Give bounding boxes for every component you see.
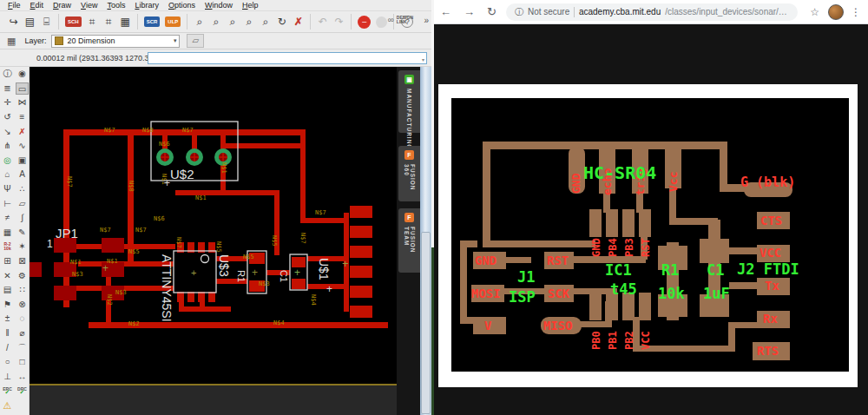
info-icon[interactable]: ⓘ xyxy=(3,69,12,78)
change-icon[interactable]: ⚙ xyxy=(18,272,26,280)
layer-dropdown[interactable]: 20 Dimension ▾ xyxy=(51,35,180,48)
zoom-in-icon[interactable]: ⌕ xyxy=(207,16,224,28)
profile-avatar[interactable] xyxy=(828,4,844,20)
menu-tools[interactable]: Tools xyxy=(102,0,129,10)
menu-view[interactable]: View xyxy=(76,0,102,10)
stop-icon[interactable]: – xyxy=(358,16,371,29)
lock-icon[interactable]: ⊗ xyxy=(18,300,25,309)
menu-edit[interactable]: Edit xyxy=(26,0,49,10)
browser-menu-icon[interactable]: ⋮ xyxy=(851,6,861,18)
array-icon[interactable]: ∴ xyxy=(19,185,24,194)
smash-icon[interactable]: ✶ xyxy=(18,242,25,251)
print-icon[interactable]: ⌸ xyxy=(38,16,55,28)
paste-icon[interactable]: ⊠ xyxy=(18,257,25,266)
eagle-board-canvas[interactable]: N$7N$8N$7N$7N$8N$6N$1N$1N$1N$6N$7N$7N$7N… xyxy=(30,67,397,415)
save-icon[interactable]: ▤ xyxy=(22,16,38,28)
text-icon[interactable]: A xyxy=(19,170,25,179)
miter-icon[interactable]: ∿ xyxy=(18,142,25,150)
refresh-icon[interactable]: ↻ xyxy=(273,16,290,28)
eye-icon[interactable]: ◉ xyxy=(18,69,26,78)
schematic-chip[interactable]: SCH xyxy=(65,16,82,27)
menu-window[interactable]: Window xyxy=(201,0,237,10)
zoom-out-icon[interactable]: ⌕ xyxy=(224,16,240,28)
measure-icon[interactable]: ↔ xyxy=(18,372,27,381)
zoom-select-icon[interactable]: ⌕ xyxy=(257,16,273,28)
refresh-button[interactable]: ↻ xyxy=(487,5,496,18)
menu-draw[interactable]: Draw xyxy=(49,0,76,10)
pin-icon[interactable]: ⊢ xyxy=(3,200,11,208)
layer-settings-icon[interactable]: ≣ xyxy=(3,84,10,93)
library-manager-icon[interactable]: ▦ xyxy=(117,16,134,28)
select-group-icon[interactable]: ∷ xyxy=(19,286,24,294)
signal-icon[interactable]: ∫ xyxy=(21,214,23,222)
move-icon[interactable]: ✛ xyxy=(3,98,10,107)
polygon-icon[interactable]: ⌂ xyxy=(4,170,10,179)
via-icon[interactable]: ▣ xyxy=(18,156,26,165)
menu-help[interactable]: Help xyxy=(238,0,263,10)
ripup-icon[interactable]: ✗ xyxy=(18,128,25,136)
align-icon[interactable]: ≡ xyxy=(20,113,25,122)
menu-file[interactable]: File xyxy=(3,0,25,10)
browser-viewport[interactable]: GNDechotrigVccGNDPB4PB3RSTPB0PB1PB2VCCG … xyxy=(434,24,868,415)
replace-icon[interactable]: R-2 10k xyxy=(0,242,15,251)
gap-icon[interactable]: ‖ xyxy=(5,329,9,338)
meander-icon[interactable]: ≠ xyxy=(5,214,10,222)
group-icon[interactable]: ▭ xyxy=(16,82,29,95)
label: t45 xyxy=(610,282,637,297)
board-icon[interactable]: ⌗ xyxy=(84,16,101,28)
name-icon[interactable]: ⚑ xyxy=(3,300,11,309)
value-icon[interactable]: ± xyxy=(5,314,10,323)
back-button[interactable]: ← xyxy=(440,5,451,18)
command-input[interactable] xyxy=(148,52,427,64)
rotate-icon[interactable]: ↺ xyxy=(3,113,10,122)
zoom-fit-icon[interactable]: ⌕ xyxy=(191,16,207,28)
run-icon[interactable]: ● xyxy=(376,16,387,28)
grid-settings-icon[interactable]: ▦ xyxy=(7,36,16,47)
ratsnest-icon[interactable]: Ψ xyxy=(3,185,10,194)
rect-icon[interactable]: □ xyxy=(19,358,24,366)
tab-manufacturing[interactable]: ▣ MANUFACTURING xyxy=(398,70,420,133)
shape-icon[interactable]: ▱ xyxy=(19,200,26,208)
footprint-icon[interactable]: ▦ xyxy=(3,228,11,237)
tab-fusion-360[interactable]: F FUSION 360 xyxy=(398,146,420,201)
command-dropdown-caret[interactable]: ▾ xyxy=(422,56,424,63)
open-icon[interactable]: ↪ xyxy=(5,16,22,28)
paint-icon[interactable]: ▤ xyxy=(3,286,11,294)
canvas-scrollbar[interactable] xyxy=(420,67,431,415)
erc-button[interactable]: ERC✓ xyxy=(3,387,12,394)
address-bar[interactable]: ⓘ Not secure academy.cba.mit.edu /classe… xyxy=(506,3,798,21)
route-icon[interactable]: ↘ xyxy=(3,128,10,136)
mark-icon[interactable]: ⊥ xyxy=(3,372,11,381)
menu-options[interactable]: Options xyxy=(164,0,200,10)
scrollbar-thumb[interactable] xyxy=(421,232,431,414)
line-icon[interactable]: / xyxy=(6,344,9,352)
script-chip[interactable]: SCR xyxy=(144,16,161,27)
bookmark-star-icon[interactable]: ☆ xyxy=(810,6,819,18)
drill-icon[interactable]: ⌀ xyxy=(19,329,24,338)
redo-icon[interactable]: ↷ xyxy=(331,16,347,28)
airwire-icon[interactable]: ◎ xyxy=(3,156,11,165)
add-part-icon[interactable]: ✎ xyxy=(18,228,25,237)
split-icon[interactable]: ⋔ xyxy=(3,142,10,150)
errors-icon[interactable]: ⚠ xyxy=(3,401,12,410)
tab-fusion-team[interactable]: F FUSION TEAM xyxy=(398,208,420,273)
drc-button[interactable]: DRC✓ xyxy=(17,387,27,394)
forward-button[interactable]: → xyxy=(464,5,475,18)
zoom-redraw-icon[interactable]: ⌕ xyxy=(240,16,257,28)
undo-icon[interactable]: ↶ xyxy=(314,16,331,28)
delete-icon[interactable]: ✕ xyxy=(3,272,10,280)
site-info-icon[interactable]: ⓘ xyxy=(515,6,523,18)
design-link-button[interactable]: ∞ DESIGN LINK xyxy=(388,15,413,24)
cancel-icon[interactable]: ✗ xyxy=(290,16,306,28)
board-manufacturing-icon[interactable]: ⌗ xyxy=(101,16,117,28)
circle-icon[interactable]: ○ xyxy=(4,358,10,366)
menu-library[interactable]: Library xyxy=(130,0,163,10)
mask-settings-button[interactable]: ▱ xyxy=(187,34,204,48)
toolbar-overflow-button[interactable]: » xyxy=(424,16,429,25)
copy-icon[interactable]: ⊞ xyxy=(3,257,10,266)
arc-icon[interactable]: ⌒ xyxy=(18,344,27,352)
ulp-chip[interactable]: ULP xyxy=(165,16,181,27)
mirror-icon[interactable]: ⋈ xyxy=(18,98,27,107)
hole-icon[interactable]: ◌ xyxy=(20,314,25,323)
component-label-jp1: JP1 xyxy=(56,227,78,240)
